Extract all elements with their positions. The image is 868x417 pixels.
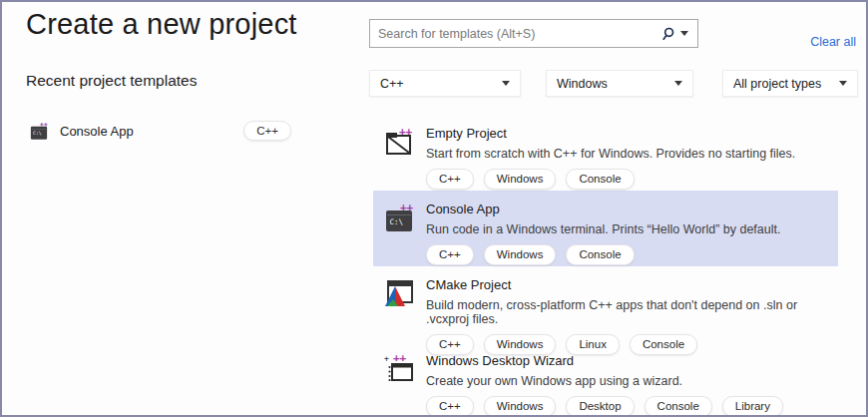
language-dropdown[interactable]: C++ — [369, 70, 521, 97]
template-tag[interactable]: C++ — [426, 169, 474, 190]
template-tag[interactable]: Library — [722, 396, 783, 417]
template-title: Empty Project — [426, 126, 838, 141]
recent-template-tag: C++ — [243, 121, 291, 142]
template-row[interactable]: CMake ProjectBuild modern, cross-platfor… — [373, 266, 838, 342]
template-row[interactable]: ++ C:\ Console AppRun code in a Windows … — [373, 191, 838, 266]
template-tag[interactable]: Windows — [484, 244, 557, 265]
svg-text:C:\: C:\ — [390, 217, 404, 226]
template-tag[interactable]: Console — [645, 396, 712, 417]
template-description: Create your own Windows app using a wiza… — [426, 374, 838, 388]
template-tag[interactable]: Console — [566, 169, 634, 190]
chevron-down-icon — [502, 81, 510, 86]
console-app-icon: ++ C:\ — [383, 202, 415, 233]
template-description: Start from scratch with C++ for Windows.… — [426, 147, 838, 161]
template-title: Windows Desktop Wizard — [426, 353, 838, 368]
template-row-body: Windows Desktop WizardCreate your own Wi… — [426, 350, 838, 417]
template-tag[interactable]: C++ — [426, 244, 474, 265]
chevron-down-icon — [674, 81, 682, 86]
template-row-body: Console AppRun code in a Windows termina… — [426, 199, 838, 266]
template-tag[interactable]: C++ — [426, 396, 474, 417]
template-title: Console App — [426, 202, 838, 216]
recent-templates-heading: Recent project templates — [26, 72, 197, 90]
template-description: Run code in a Windows terminal. Prints “… — [426, 222, 838, 236]
chevron-down-icon — [839, 81, 847, 86]
project-type-dropdown-value: All project types — [733, 77, 821, 91]
template-title: CMake Project — [426, 277, 838, 292]
cmake-project-icon — [383, 277, 415, 309]
search-icon[interactable] — [659, 26, 675, 42]
windows-desktop-wizard-icon: + ++ — [383, 353, 415, 385]
template-list: ++ Empty ProjectStart from scratch with … — [373, 115, 838, 417]
recent-template-item[interactable]: ++ C:\ Console App C++ — [22, 116, 305, 146]
search-box[interactable] — [369, 19, 698, 48]
recent-template-title: Console App — [60, 124, 134, 139]
svg-text:+: + — [384, 354, 389, 363]
template-tags: C++WindowsDesktopConsoleLibrary — [426, 396, 838, 417]
platform-dropdown-value: Windows — [557, 77, 608, 91]
template-tag[interactable]: Console — [566, 244, 634, 265]
platform-dropdown[interactable]: Windows — [546, 70, 693, 97]
template-row-body: Empty ProjectStart from scratch with C++… — [426, 123, 838, 191]
page-title: Create a new project — [26, 8, 297, 41]
svg-text:++: ++ — [393, 353, 407, 364]
template-description: Build modern, cross-platform C++ apps th… — [426, 298, 838, 326]
template-tag[interactable]: Windows — [484, 396, 557, 417]
template-tags: C++WindowsConsole — [426, 169, 838, 190]
template-tag[interactable]: Windows — [484, 169, 557, 190]
svg-text:C:\: C:\ — [33, 131, 42, 136]
project-type-dropdown[interactable]: All project types — [722, 70, 858, 97]
clear-all-link[interactable]: Clear all — [810, 35, 856, 49]
template-row[interactable]: ++ Empty ProjectStart from scratch with … — [373, 115, 838, 191]
search-input[interactable] — [370, 27, 659, 41]
empty-project-icon: ++ — [383, 126, 415, 158]
template-row-body: CMake ProjectBuild modern, cross-platfor… — [426, 274, 838, 342]
search-options-chevron-down-icon[interactable] — [680, 31, 688, 36]
language-dropdown-value: C++ — [380, 77, 404, 91]
template-tags: C++WindowsConsole — [426, 244, 838, 265]
template-tag[interactable]: Desktop — [566, 396, 634, 417]
console-app-icon: ++ C:\ — [29, 121, 49, 141]
template-row[interactable]: + ++ Windows Desktop WizardCreate your o… — [373, 342, 838, 417]
